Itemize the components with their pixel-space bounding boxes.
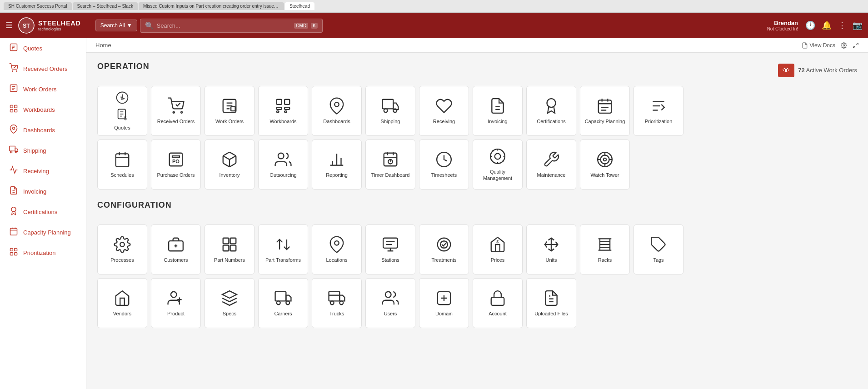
module-trucks[interactable]: Trucks [312,278,362,328]
sidebar-item-capacity-planning[interactable]: Capacity Planning [0,222,86,243]
svg-rect-14 [15,110,17,112]
settings-button[interactable] [841,42,847,49]
sidebar-item-dashboards[interactable]: Dashboards [0,120,86,140]
module-customers[interactable]: Customers [151,224,201,274]
clock-icon[interactable]: 🕐 [805,20,815,30]
sidebar-item-quotes[interactable]: Quotes [0,38,86,59]
quality-management-module-icon [489,148,506,165]
svg-point-30 [843,45,845,46]
module-timer-dashboard[interactable]: Timer Dashboard [365,140,415,190]
module-treatments[interactable]: Treatments [419,224,469,274]
module-racks-label: Racks [598,257,612,263]
received-orders-icon [9,63,19,75]
module-timer-dashboard-label: Timer Dashboard [371,172,410,178]
module-capacity-planning[interactable]: Capacity Planning [580,86,630,136]
browser-tab-1[interactable]: SH Customer Success Portal [4,2,72,10]
tab3-label: Missed Custom Inputs on Part creation cr… [143,4,284,9]
sidebar-item-receiving[interactable]: Receiving [0,161,86,181]
module-workboards[interactable]: Workboards [258,86,308,136]
module-reporting[interactable]: Reporting [312,140,362,190]
browser-tab-2[interactable]: Search – Steelhead – Slack [73,2,138,10]
browser-tab-4[interactable]: Steelhead [285,2,314,10]
sidebar-item-received-orders[interactable]: Received Orders [0,59,86,79]
schedules-module-icon [114,151,131,168]
module-maintenance[interactable]: Maintenance [526,140,576,190]
view-docs-button[interactable]: View Docs [802,42,835,49]
user-status: Not Clocked In! [767,26,798,31]
certifications-module-icon [543,97,560,115]
module-invoicing[interactable]: Invoicing [473,86,523,136]
camera-icon[interactable]: 📷 [853,20,863,30]
sidebar-capacity-planning-label: Capacity Planning [23,229,71,236]
module-product[interactable]: Product [151,278,201,328]
module-work-orders[interactable]: Work Orders [205,86,254,136]
module-vendors[interactable]: Vendors [97,278,147,328]
prioritization-module-icon [650,97,667,115]
active-orders-eye-button[interactable]: 👁 [778,64,794,77]
module-quality-management[interactable]: Quality Management [473,140,523,190]
search-all-button[interactable]: Search All ▼ [95,20,137,31]
module-specs[interactable]: Specs [205,278,254,328]
module-timesheets[interactable]: Timesheets [419,140,469,190]
module-dashboards[interactable]: Dashboards [312,86,362,136]
sidebar-item-certifications[interactable]: Certifications [0,202,86,222]
module-locations[interactable]: Locations [312,224,362,274]
module-tags[interactable]: Tags [634,224,683,274]
quotes-module-icon: $ [114,91,131,105]
locations-module-icon [328,236,345,253]
module-watch-tower[interactable]: Watch Tower [580,140,630,190]
trucks-module-icon [328,289,345,307]
active-orders-count: 72 [798,67,804,74]
grid-icon[interactable]: ⋮ [838,20,846,30]
hamburger-menu-icon[interactable]: ☰ [5,20,13,30]
svg-rect-109 [230,245,236,251]
module-account[interactable]: Account [473,278,523,328]
module-domain[interactable]: Domain [419,278,469,328]
module-quotes[interactable]: $ $ Quotes [97,86,147,136]
shipping-icon [9,145,19,156]
module-purchase-orders[interactable]: PO Purchase Orders [151,140,201,190]
svg-point-133 [277,301,280,304]
expand-button[interactable] [853,42,859,49]
module-uploaded-files[interactable]: Uploaded Files [526,278,576,328]
svg-point-96 [601,155,609,164]
svg-point-136 [330,301,334,304]
svg-point-76 [278,153,284,159]
maintenance-module-icon [543,151,560,168]
module-units[interactable]: Units [526,224,576,274]
sidebar-item-shipping[interactable]: Shipping [0,140,86,161]
active-orders-label: Active Work Orders [806,67,857,74]
tab4-label: Steelhead [289,4,310,9]
sidebar-item-workboards[interactable]: Workboards [0,100,86,120]
svg-point-5 [12,71,13,72]
module-stations[interactable]: Stations [365,224,415,274]
sidebar-item-work-orders[interactable]: Work Orders [0,79,86,100]
sidebar-item-invoicing[interactable]: Invoicing [0,181,86,202]
module-prioritization[interactable]: Prioritization [634,86,683,136]
module-carriers[interactable]: Carriers [258,278,308,328]
module-shipping[interactable]: Shipping [365,86,415,136]
module-work-orders-label: Work Orders [215,118,244,125]
module-schedules[interactable]: Schedules [97,140,147,190]
search-input[interactable] [157,22,292,29]
module-racks[interactable]: Racks [580,224,630,274]
module-inventory[interactable]: Inventory [205,140,254,190]
svg-point-53 [334,102,339,107]
module-certifications[interactable]: Certifications [526,86,576,136]
sidebar-item-prioritization[interactable]: Prioritization [0,243,86,263]
module-locations-label: Locations [326,257,347,263]
module-part-transforms[interactable]: Part Transforms [258,224,308,274]
invoicing-icon [9,186,19,197]
module-part-numbers[interactable]: Part Numbers [205,224,254,274]
svg-rect-141 [491,297,504,305]
module-product-label: Product [167,310,185,317]
module-processes[interactable]: Processes [97,224,147,274]
sidebar-received-orders-label: Received Orders [23,65,68,72]
module-receiving[interactable]: Receiving [419,86,469,136]
browser-tab-3[interactable]: Missed Custom Inputs on Part creation cr… [139,2,284,10]
module-received-orders[interactable]: Received Orders [151,86,201,136]
module-users[interactable]: Users [365,278,415,328]
module-outsourcing[interactable]: Outsourcing [258,140,308,190]
bell-icon[interactable]: 🔔 [822,20,832,30]
module-prices[interactable]: $ Prices [473,224,523,274]
